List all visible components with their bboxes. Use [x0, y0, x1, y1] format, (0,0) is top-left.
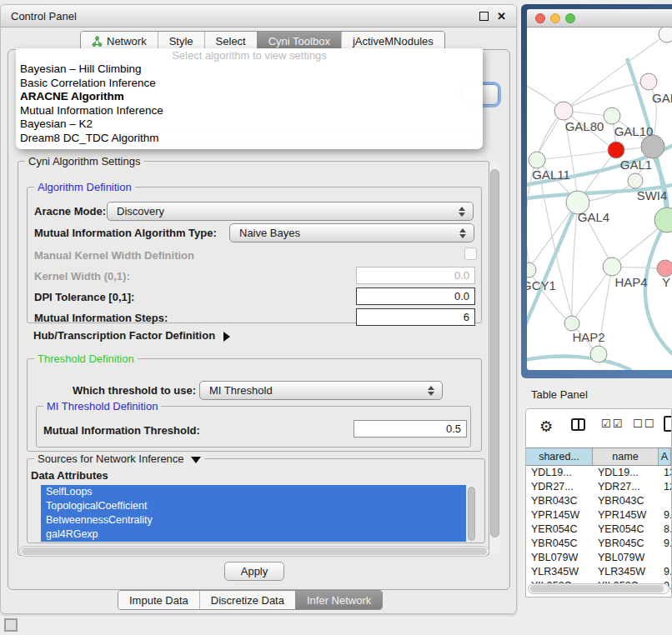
- bottom-tabbar: Impute DataDiscretize DataInfer Network: [118, 590, 383, 610]
- table-row[interactable]: YBL079WYBL079W: [526, 551, 671, 565]
- gear-icon[interactable]: ⚙: [539, 416, 553, 438]
- manual-kernel-checkbox[interactable]: [464, 248, 477, 260]
- table-row[interactable]: YDL19...YDL19...13: [526, 466, 671, 480]
- aracne-mode-combobox[interactable]: Discovery: [107, 202, 474, 221]
- network-node[interactable]: [590, 346, 607, 362]
- network-canvas[interactable]: GALGAL80GAL10GAL1GAL11SWI4GAL4GCY1HAP4YH…: [527, 28, 672, 370]
- table-cell: YLR345W: [526, 565, 593, 579]
- dropdown-item-bayesian-hill-climbing[interactable]: Bayesian – Hill Climbing: [16, 62, 483, 77]
- tab-label: Cyni Toolbox: [268, 35, 330, 48]
- attribute-list-item-betweennesscentrality[interactable]: BetweennessCentrality: [41, 513, 466, 528]
- tab-jactivemnodules[interactable]: jActiveMNodules: [341, 32, 444, 50]
- aracne-mode-label: Aracne Mode:: [34, 205, 106, 218]
- bottom-tab-impute-data[interactable]: Impute Data: [118, 591, 199, 609]
- scrollbar-thumb[interactable]: [530, 585, 664, 592]
- network-node-swi4[interactable]: [628, 173, 643, 188]
- dropdown-item-bayesian-k2[interactable]: Bayesian – K2: [16, 118, 483, 132]
- network-view-window[interactable]: GALGAL80GAL10GAL1GAL11SWI4GAL4GCY1HAP4YH…: [521, 4, 672, 378]
- dropdown-item-list: Bayesian – Hill ClimbingBasic Correlatio…: [16, 62, 483, 145]
- network-node-label-gal80: GAL80: [565, 119, 604, 133]
- table-cell: [659, 494, 671, 508]
- network-node-label-swi4: SWI4: [637, 188, 668, 202]
- tab-label: Style: [169, 35, 193, 48]
- bottom-tab-discretize-data[interactable]: Discretize Data: [199, 591, 295, 609]
- zoom-traffic-light-icon[interactable]: [565, 13, 575, 23]
- table-row[interactable]: YPR145WYPR145W9.: [526, 508, 671, 522]
- settings-vertical-scrollbar: [489, 162, 500, 554]
- network-node-y[interactable]: [657, 260, 672, 277]
- table-cell: YBR045C: [593, 537, 659, 551]
- tab-style[interactable]: Style: [158, 32, 204, 50]
- scrollbar-thumb[interactable]: [468, 487, 475, 541]
- close-traffic-light-icon[interactable]: [535, 13, 545, 23]
- table-row[interactable]: YBR045CYBR045C9.: [526, 537, 671, 551]
- network-node-gcy1[interactable]: [527, 262, 536, 278]
- tab-cyni-toolbox[interactable]: Cyni Toolbox: [257, 32, 341, 50]
- which-threshold-combobox[interactable]: MI Threshold: [199, 381, 443, 400]
- which-threshold-value: MI Threshold: [209, 384, 273, 397]
- network-node[interactable]: [641, 135, 664, 158]
- select-all-checkboxes-icon[interactable]: ☑☑: [601, 418, 624, 430]
- scrollbar-thumb[interactable]: [490, 169, 499, 538]
- dropdown-item-dream8-dc-tdc-algorithm[interactable]: Dream8 DC_TDC Algorithm: [16, 132, 483, 146]
- network-node-gal1[interactable]: [608, 142, 624, 158]
- dropdown-item-mutual-information-inference[interactable]: Mutual Information Inference: [16, 104, 483, 118]
- stepper-icon: [459, 228, 466, 238]
- document-icon[interactable]: [664, 416, 672, 432]
- dropdown-item-basic-correlation-inference[interactable]: Basic Correlation Inference: [16, 77, 483, 91]
- mi-threshold-field[interactable]: 0.5: [354, 420, 467, 438]
- table-row[interactable]: YDR27...YDR27...12: [526, 480, 671, 494]
- table-row[interactable]: YLR345WYLR345W9.: [526, 565, 671, 579]
- hub-section-toggle[interactable]: Hub/Transcription Factor Definition: [33, 329, 230, 342]
- network-node-gal11[interactable]: [529, 152, 545, 168]
- cyni-algorithm-settings-group: Cyni Algorithm Settings Algorithm Defini…: [18, 161, 489, 556]
- deselect-all-checkboxes-icon[interactable]: ☐☐: [633, 418, 655, 430]
- column-header-a[interactable]: A: [659, 448, 671, 465]
- column-header-shared[interactable]: shared...: [526, 448, 593, 465]
- table-cell: YBL079W: [593, 551, 659, 565]
- network-view-inner: GALGAL80GAL10GAL1GAL11SWI4GAL4GCY1HAP4YH…: [527, 9, 672, 370]
- scrollbar-thumb[interactable]: [22, 548, 487, 555]
- table-cell: 9.: [659, 537, 671, 551]
- settings-horizontal-scrollbar: [19, 546, 489, 557]
- aracne-mode-value: Discovery: [117, 205, 164, 218]
- mi-algorithm-type-combobox[interactable]: Naive Bayes: [229, 223, 474, 242]
- float-window-icon[interactable]: [479, 12, 489, 21]
- table-cell: YER054C: [593, 522, 659, 537]
- network-node-gal80[interactable]: [554, 102, 573, 120]
- minimize-traffic-light-icon[interactable]: [550, 13, 560, 23]
- network-node-gal10[interactable]: [604, 108, 620, 124]
- network-node-label-hap4: HAP4: [614, 275, 647, 289]
- network-node-hap2[interactable]: [564, 316, 579, 331]
- close-icon[interactable]: ✕: [497, 11, 506, 22]
- network-node-gal[interactable]: [640, 73, 657, 90]
- network-node-hap4[interactable]: [603, 258, 621, 276]
- columns-icon[interactable]: [571, 418, 585, 431]
- network-node[interactable]: [659, 28, 672, 42]
- network-tab-icon: [92, 36, 103, 47]
- data-attributes-list[interactable]: SelfLoopsTopologicalCoefficientBetweenne…: [41, 485, 466, 542]
- table-row[interactable]: YER054CYER054C8.: [526, 522, 671, 537]
- table-cell: 8.: [659, 522, 671, 537]
- tab-label: Network: [107, 35, 147, 48]
- table-rows: YDL19...YDL19...13YDR27...YDR27...12YBR0…: [526, 466, 671, 597]
- attribute-list-item-gal4rgexp[interactable]: gal4RGexp: [41, 528, 466, 542]
- tab-network[interactable]: Network: [81, 32, 158, 50]
- mi-steps-field[interactable]: 6: [356, 308, 475, 326]
- bottom-tab-infer-network[interactable]: Infer Network: [295, 591, 382, 609]
- dpi-tolerance-field[interactable]: 0.0: [356, 288, 475, 305]
- network-window-titlebar[interactable]: [527, 9, 672, 28]
- tab-select[interactable]: Select: [204, 32, 257, 50]
- table-row[interactable]: YBR043CYBR043C: [526, 494, 671, 508]
- collapse-arrow-icon: [191, 457, 201, 463]
- bottom-tab-label: Discretize Data: [211, 594, 284, 607]
- kernel-width-field[interactable]: 0.0: [356, 267, 475, 284]
- attribute-list-item-topologicalcoefficient[interactable]: TopologicalCoefficient: [41, 499, 466, 513]
- hub-section-label: Hub/Transcription Factor Definition: [33, 329, 215, 342]
- column-header-name[interactable]: name: [593, 448, 659, 465]
- panel-dock-icon[interactable]: [4, 618, 18, 632]
- attribute-list-item-selfloops[interactable]: SelfLoops: [41, 485, 466, 499]
- dropdown-item-aracne-algorithm[interactable]: ARACNE Algorithm: [16, 90, 483, 104]
- manual-kernel-label: Manual Kernel Width Definition: [34, 249, 194, 262]
- apply-button[interactable]: Apply: [224, 562, 284, 581]
